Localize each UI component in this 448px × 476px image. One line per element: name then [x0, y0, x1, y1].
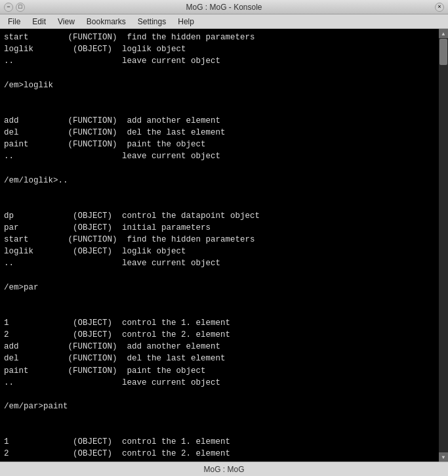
scrollbar-thumb[interactable]: [439, 39, 447, 65]
minimize-button[interactable]: −: [4, 3, 13, 12]
window-title: MoG : MoG - Konsole: [186, 3, 262, 12]
terminal-output: start (FUNCTION) find the hidden paramet…: [4, 32, 435, 462]
scroll-down-button[interactable]: ▼: [439, 452, 448, 462]
status-text: MoG : MoG: [203, 465, 244, 474]
menu-edit[interactable]: Edit: [27, 16, 51, 28]
title-bar-controls: − □: [4, 3, 25, 12]
status-bar: MoG : MoG: [0, 462, 448, 476]
menu-file[interactable]: File: [3, 16, 26, 28]
menu-bar: File Edit View Bookmarks Settings Help: [0, 14, 448, 29]
scroll-up-button[interactable]: ▲: [439, 29, 448, 38]
menu-view[interactable]: View: [52, 16, 80, 28]
scrollbar-track[interactable]: [439, 38, 448, 452]
menu-help[interactable]: Help: [173, 16, 199, 28]
window: − □ MoG : MoG - Konsole × File Edit View…: [0, 0, 448, 476]
terminal-area[interactable]: start (FUNCTION) find the hidden paramet…: [0, 29, 448, 462]
title-bar: − □ MoG : MoG - Konsole ×: [0, 0, 448, 14]
maximize-button[interactable]: □: [16, 3, 25, 12]
menu-bookmarks[interactable]: Bookmarks: [81, 16, 131, 28]
menu-settings[interactable]: Settings: [132, 16, 171, 28]
scrollbar[interactable]: ▲ ▼: [439, 29, 448, 462]
close-button[interactable]: ×: [435, 3, 444, 12]
